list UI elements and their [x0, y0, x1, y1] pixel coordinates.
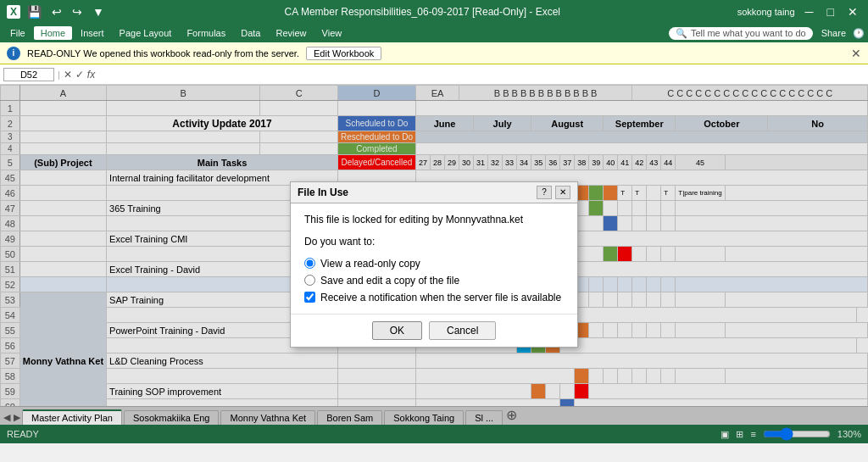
tab-view[interactable]: View	[315, 26, 349, 40]
excel-logo-icon: X	[7, 5, 20, 19]
tab-insert[interactable]: Insert	[74, 26, 111, 40]
customize-icon[interactable]: ▼	[89, 3, 108, 20]
modal-message: This file is locked for editing by Monny…	[304, 214, 564, 225]
modal-overlay: File In Use ? ✕ This file is locked for …	[0, 85, 868, 443]
redo-icon[interactable]: ↪	[69, 3, 86, 20]
label-notify: Receive a notification when the server f…	[320, 292, 561, 303]
modal-title-bar: File In Use ? ✕	[291, 182, 577, 203]
formula-bar: D52 | ✕ ✓ fx	[0, 64, 868, 85]
save-icon[interactable]: 💾	[24, 3, 45, 20]
option-savecopy: Save and edit a copy of the file	[304, 275, 564, 287]
ribbon-search-bar[interactable]: 🔍 Tell me what you want to do	[669, 27, 813, 40]
modal-help-button[interactable]: ?	[537, 186, 552, 199]
user-name: sokkong taing	[737, 7, 795, 17]
modal-footer: OK Cancel	[291, 314, 577, 347]
tab-data[interactable]: Data	[234, 26, 267, 40]
checkbox-notify[interactable]	[304, 292, 315, 303]
title-bar: X 💾 ↩ ↪ ▼ CA Member Responsibilities_06-…	[0, 0, 868, 24]
label-savecopy: Save and edit a copy of the file	[320, 275, 459, 287]
ribbon-right: Share 🕐	[821, 28, 865, 39]
formula-input[interactable]	[98, 70, 865, 80]
ribbon: File Home Insert Page Layout Formulas Da…	[0, 24, 868, 42]
tab-review[interactable]: Review	[269, 26, 313, 40]
restore-icon[interactable]: □	[824, 3, 837, 20]
ok-button[interactable]: OK	[372, 321, 422, 340]
modal-dialog: File In Use ? ✕ This file is locked for …	[290, 181, 578, 348]
history-icon[interactable]: 🕐	[853, 28, 865, 39]
window-title: CA Member Responsibilities_06-09-2017 [R…	[108, 6, 737, 18]
readonly-close-icon[interactable]: ✕	[851, 47, 861, 60]
cell-reference-input[interactable]: D52	[3, 68, 54, 81]
modal-prompt: Do you want to:	[304, 236, 564, 248]
modal-close-button[interactable]: ✕	[555, 186, 570, 199]
label-readonly: View a read-only copy	[320, 258, 420, 270]
cancel-button[interactable]: Cancel	[429, 321, 496, 340]
search-text: Tell me what you want to do	[691, 28, 806, 38]
readonly-bar: i READ-ONLY We opened this workbook read…	[0, 42, 868, 64]
tab-home[interactable]: Home	[34, 26, 72, 40]
search-icon: 🔍	[676, 28, 687, 39]
formula-separator: |	[58, 70, 60, 80]
tab-pagelayout[interactable]: Page Layout	[113, 26, 179, 40]
edit-workbook-button[interactable]: Edit Workbook	[306, 47, 381, 60]
tab-formulas[interactable]: Formulas	[180, 26, 232, 40]
confirm-formula-icon[interactable]: ✓	[75, 69, 84, 81]
modal-controls: ? ✕	[537, 186, 570, 199]
cancel-formula-icon[interactable]: ✕	[64, 69, 72, 81]
sheet-area: A B C D EA B B B B B B B B B B B B C C C…	[0, 85, 868, 443]
modal-title: File In Use	[298, 186, 348, 198]
tab-file[interactable]: File	[3, 26, 32, 40]
radio-savecopy[interactable]	[304, 275, 315, 286]
close-icon[interactable]: ✕	[844, 3, 861, 20]
title-bar-right: sokkong taing ─ □ ✕	[737, 3, 861, 20]
option-readonly: View a read-only copy	[304, 258, 564, 270]
share-button[interactable]: Share	[821, 28, 846, 38]
radio-readonly[interactable]	[304, 258, 315, 269]
undo-icon[interactable]: ↩	[48, 3, 65, 20]
readonly-message: READ-ONLY We opened this workbook read-o…	[27, 48, 299, 58]
function-icon[interactable]: fx	[87, 69, 95, 81]
info-icon: i	[7, 47, 20, 60]
title-bar-left: X 💾 ↩ ↪ ▼	[7, 3, 108, 20]
option-notify: Receive a notification when the server f…	[304, 292, 564, 303]
modal-body: This file is locked for editing by Monny…	[291, 203, 577, 314]
minimize-icon[interactable]: ─	[802, 3, 817, 20]
